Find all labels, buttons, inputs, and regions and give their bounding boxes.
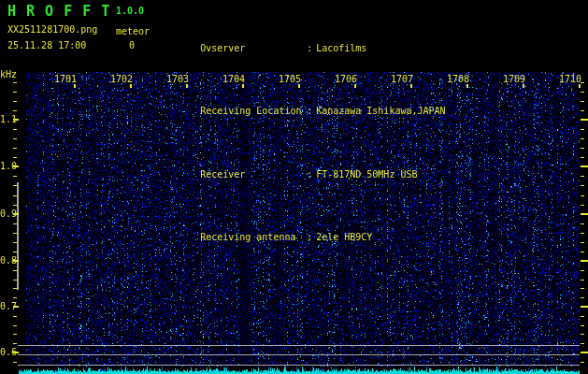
x-tick-label: 1707 <box>390 74 414 84</box>
info-separator: : <box>307 105 316 118</box>
info-label: Receiving Location <box>200 105 307 118</box>
info-value: Lacofilms <box>316 43 366 53</box>
app-title: H R O F F T <box>7 3 110 20</box>
info-value: FT-817ND 50MHz USB <box>316 169 417 180</box>
info-row: Receiver:FT-817ND 50MHz USB <box>166 155 446 194</box>
info-value: 2ele HB9CY <box>316 232 372 242</box>
info-row: Receiving Location:Kanazawa Ishikawa,JAP… <box>166 93 446 131</box>
info-row: Receiving antenna:2ele HB9CY <box>166 219 446 257</box>
y-tick-label: 0.6 <box>0 347 13 357</box>
y-tick-label: 0.9 <box>0 209 13 219</box>
info-separator: : <box>307 168 316 181</box>
x-tick-label: 1703 <box>165 74 190 84</box>
info-separator: : <box>307 42 316 55</box>
x-tick-label: 1701 <box>53 74 78 84</box>
y-tick-label: 1.0 <box>0 161 13 171</box>
observation-datetime: 25.11.28 17:00 <box>7 40 86 50</box>
x-tick-label: 1705 <box>278 74 302 84</box>
output-filename: XX2511281700.png <box>7 24 97 35</box>
info-label: Receiver <box>200 168 307 181</box>
mode-label: meteor <box>116 26 150 36</box>
x-tick-label: 1708 <box>446 74 470 84</box>
x-tick-label: 1710 <box>558 74 582 84</box>
y-tick-label: 1.1 <box>0 114 13 124</box>
x-tick-label: 1709 <box>502 74 526 84</box>
info-label: Receiving antenna <box>200 231 307 244</box>
station-info-block: Ovserver:Lacofilms Receiving Location:Ka… <box>166 4 446 281</box>
echo-count: 0 <box>129 40 135 50</box>
info-separator: : <box>307 231 316 244</box>
info-label: Ovserver <box>200 42 307 55</box>
app-version: 1.0.0 <box>116 6 144 16</box>
y-tick-label: 0.7 <box>0 301 13 311</box>
x-tick-label: 1704 <box>222 74 246 84</box>
info-row: Ovserver:Lacofilms <box>166 29 446 67</box>
info-value: Kanazawa Ishikawa,JAPAN <box>316 106 445 116</box>
khz-axis-unit: kHz <box>0 69 17 79</box>
y-tick-label: 0.8 <box>0 255 13 266</box>
hrofft-window: H R O F F T 1.0.0 XX2511281700.png meteo… <box>0 0 588 374</box>
x-tick-label: 1706 <box>334 74 358 84</box>
x-tick-label: 1702 <box>109 74 134 84</box>
